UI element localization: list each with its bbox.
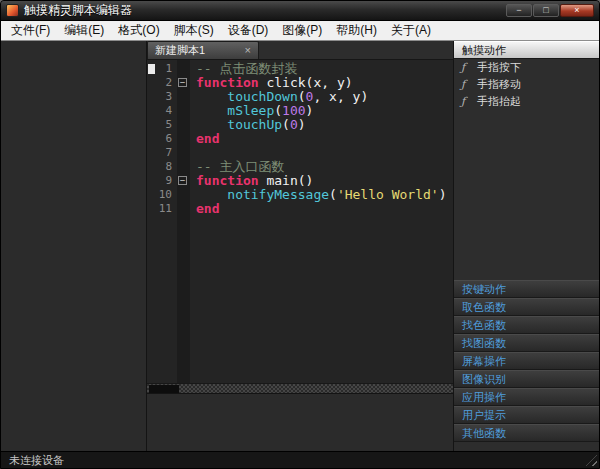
function-icon: ƒ [461,78,470,91]
line-number: 7 [147,146,177,160]
section-header[interactable]: 屏幕操作 [454,352,599,370]
code-line[interactable]: 6end [147,132,453,146]
close-button[interactable]: × [560,4,594,17]
line-number: 10 [147,188,177,202]
code-line[interactable]: 1-- 点击函数封装 [147,62,453,76]
code-text: function click(x, y) [190,76,353,90]
fold-margin [177,146,190,160]
app-icon [6,4,19,17]
output-panel [147,393,453,451]
fold-margin [177,160,190,174]
line-number: 3 [147,90,177,104]
code-token: end [196,131,219,146]
code-line[interactable]: 8-- 主入口函数 [147,160,453,174]
menu-item[interactable]: 图像(P) [275,20,329,41]
section-header[interactable]: 用户提示 [454,406,599,424]
code-line[interactable]: 11end [147,202,453,216]
code-line[interactable]: 10 notifyMessage('Hello World') [147,188,453,202]
code-line[interactable]: 4 mSleep(100) [147,104,453,118]
code-token: , x, y) [313,89,368,104]
fold-margin [177,202,190,216]
section-header[interactable]: 按键动作 [454,280,599,298]
code-text: notifyMessage('Hello World') [190,188,446,202]
code-token: ( [298,89,306,104]
menu-item[interactable]: 设备(D) [221,20,276,41]
code-line[interactable]: 9−function main() [147,174,453,188]
minimize-button[interactable]: − [506,4,532,17]
code-text: -- 点击函数封装 [190,62,297,76]
fold-margin[interactable]: − [177,76,190,90]
code-text: function main() [190,174,313,188]
function-icon: ƒ [461,95,470,108]
editor-hscrollbar[interactable] [147,383,453,393]
code-token [196,117,227,132]
section-header[interactable]: 图像识别 [454,370,599,388]
code-line[interactable]: 5 touchUp(0) [147,118,453,132]
line-number: 11 [147,202,177,216]
line-number: 2 [147,76,177,90]
code-token: ) [439,187,447,202]
tab-new-script[interactable]: 新建脚本1 × [147,41,259,59]
tab-bar: 新建脚本1 × [147,41,453,60]
titlebar[interactable]: 触摸精灵脚本编辑器 − □ × [1,1,599,21]
code-token: touchUp [227,117,282,132]
line-number: 4 [147,104,177,118]
function-item[interactable]: ƒ手指按下 [454,59,599,76]
collapsed-sections: 按键动作取色函数找色函数找图函数屏幕操作图像识别应用操作用户提示其他函数 [454,280,599,442]
menu-item[interactable]: 文件(F) [4,20,57,41]
window-controls: − □ × [506,4,594,17]
code-token: 100 [282,103,305,118]
function-icon: ƒ [461,61,470,74]
code-text: -- 主入口函数 [190,160,284,174]
code-token: mSleep [227,103,274,118]
line-number: 6 [147,132,177,146]
fold-margin [177,104,190,118]
code-line[interactable]: 3 touchDown(0, x, y) [147,90,453,104]
maximize-button[interactable]: □ [533,4,559,17]
statusbar: 未连接设备 [1,451,599,468]
project-panel [1,41,147,451]
code-token: notifyMessage [227,187,329,202]
code-text: end [190,202,219,216]
menu-item[interactable]: 脚本(S) [167,20,221,41]
fold-margin[interactable]: − [177,174,190,188]
menu-item[interactable]: 编辑(E) [57,20,111,41]
section-header[interactable]: 找图函数 [454,334,599,352]
menubar: 文件(F)编辑(E)格式(O)脚本(S)设备(D)图像(P)帮助(H)关于(A) [1,21,599,41]
code-token [196,89,227,104]
tab-close-icon[interactable]: × [245,45,251,56]
code-text [190,146,196,160]
line-number: 8 [147,160,177,174]
code-token: click(x, y) [259,75,353,90]
section-header[interactable]: 找色函数 [454,316,599,334]
code-text: touchDown(0, x, y) [190,90,368,104]
function-item[interactable]: ƒ手指抬起 [454,93,599,110]
resize-grip-icon[interactable] [586,455,597,466]
section-header[interactable]: 取色函数 [454,298,599,316]
code-token: 0 [290,117,298,132]
code-token: touchDown [227,89,297,104]
fold-collapse-icon[interactable]: − [178,78,187,87]
fold-collapse-icon[interactable]: − [178,176,187,185]
code-token [196,187,227,202]
function-item[interactable]: ƒ手指移动 [454,76,599,93]
menu-item[interactable]: 关于(A) [384,20,438,41]
code-editor[interactable]: 1-- 点击函数封装2−function click(x, y)3 touchD… [147,60,453,383]
fold-margin [177,188,190,202]
code-line[interactable]: 7 [147,146,453,160]
function-item-label: 手指移动 [477,77,521,92]
hscrollbar-thumb[interactable] [149,385,179,393]
section-header-touch-actions[interactable]: 触摸动作 [454,41,599,59]
section-header[interactable]: 其他函数 [454,424,599,442]
menu-item[interactable]: 格式(O) [111,20,166,41]
code-token: ) [306,103,314,118]
function-panel: 触摸动作 ƒ手指按下ƒ手指移动ƒ手指抬起 按键动作取色函数找色函数找图函数屏幕操… [453,41,599,451]
code-line[interactable]: 2−function click(x, y) [147,76,453,90]
editor-column: 新建脚本1 × 1-- 点击函数封装2−function click(x, y)… [147,41,453,451]
code-token [196,103,227,118]
menu-item[interactable]: 帮助(H) [329,20,384,41]
panel-bottom-gap [454,442,599,451]
code-token: ) [298,117,306,132]
function-item-label: 手指抬起 [477,94,521,109]
section-header[interactable]: 应用操作 [454,388,599,406]
